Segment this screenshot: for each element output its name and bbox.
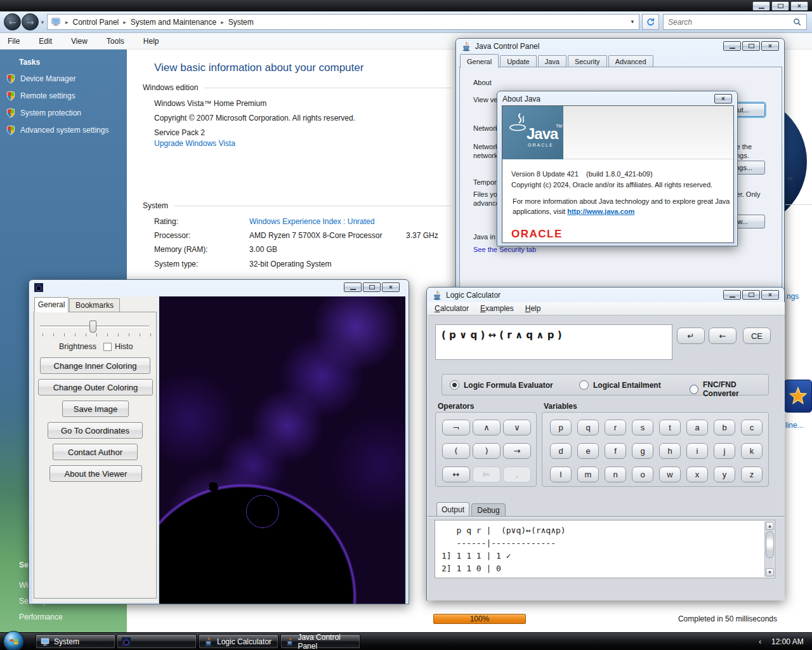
tab-update[interactable]: Update bbox=[500, 55, 536, 68]
taskbar-clock[interactable]: 12:00 AM bbox=[771, 637, 804, 646]
scrollbar-thumb[interactable] bbox=[766, 531, 774, 558]
java-control-panel-titlebar[interactable]: Java Control Panel × bbox=[456, 39, 784, 53]
variable-e-button[interactable]: e bbox=[577, 443, 599, 459]
go-to-coordinates-button[interactable]: Go To Coordinates bbox=[48, 422, 143, 439]
radio-icon[interactable] bbox=[579, 380, 589, 390]
operator-and-button[interactable]: ∧ bbox=[473, 420, 501, 435]
security-tab-link[interactable]: See the Security tab bbox=[473, 246, 536, 253]
refresh-button[interactable] bbox=[642, 14, 659, 30]
menu-help[interactable]: Help bbox=[143, 37, 159, 46]
taskbar-button-fractal-viewer[interactable] bbox=[117, 634, 197, 649]
variable-y-button[interactable]: y bbox=[714, 467, 735, 482]
online-link-fragment[interactable]: line... bbox=[785, 421, 804, 430]
settings-link-fragment[interactable]: ngs bbox=[787, 292, 799, 301]
maximize-button[interactable] bbox=[742, 41, 760, 51]
variable-w-button[interactable]: w bbox=[659, 467, 681, 482]
output-area[interactable]: p q r | (p∨q)↔(r∧q∧p) ------|-----------… bbox=[435, 520, 775, 578]
menu-help[interactable]: Help bbox=[525, 304, 541, 313]
contact-author-button[interactable]: Contact Author bbox=[53, 444, 138, 460]
variable-k-button[interactable]: k bbox=[741, 443, 763, 459]
tab-java[interactable]: Java bbox=[538, 55, 566, 68]
start-button[interactable] bbox=[3, 631, 24, 650]
tab-general[interactable]: General bbox=[460, 54, 499, 68]
upgrade-windows-link[interactable]: Upgrade Windows Vista bbox=[154, 139, 235, 148]
radio-icon[interactable] bbox=[690, 385, 698, 394]
tab-advanced[interactable]: Advanced bbox=[608, 55, 653, 68]
mode-logic-formula-evaluator[interactable]: Logic Formula Evaluator bbox=[450, 380, 553, 390]
variable-q-button[interactable]: q bbox=[577, 420, 599, 435]
variable-l-button[interactable]: l bbox=[550, 467, 572, 482]
variable-s-button[interactable]: s bbox=[632, 420, 653, 435]
minimize-button[interactable] bbox=[344, 282, 362, 292]
menu-view[interactable]: View bbox=[71, 37, 88, 46]
variable-j-button[interactable]: j bbox=[714, 443, 735, 459]
minimize-button[interactable] bbox=[723, 41, 741, 51]
variable-p-button[interactable]: p bbox=[550, 420, 572, 435]
scroll-up-icon[interactable]: ▲ bbox=[766, 522, 774, 530]
change-outer-coloring-button[interactable]: Change Outer Coloring bbox=[38, 379, 153, 395]
breadcrumb[interactable]: ▸ Control Panel ▸ System and Maintenance… bbox=[47, 14, 639, 30]
backspace-button[interactable]: ← bbox=[709, 328, 737, 344]
variable-b-button[interactable]: b bbox=[714, 420, 735, 435]
variable-i-button[interactable]: i bbox=[686, 443, 708, 459]
maximize-button[interactable] bbox=[363, 282, 381, 292]
mode-logical-entailment[interactable]: Logical Entailment bbox=[579, 380, 661, 390]
address-dropdown-icon[interactable]: ▼ bbox=[630, 19, 635, 25]
maximize-button[interactable] bbox=[742, 290, 760, 300]
enter-button[interactable]: ↵ bbox=[677, 328, 705, 344]
variable-a-button[interactable]: a bbox=[686, 420, 708, 435]
output-scrollbar[interactable]: ▲ ▼ bbox=[764, 521, 774, 577]
sidebar-item-performance[interactable]: Performance bbox=[19, 613, 63, 621]
menu-file[interactable]: File bbox=[8, 37, 20, 46]
restore-button[interactable] bbox=[771, 1, 789, 11]
sidebar-item-system-protection[interactable]: System protection bbox=[6, 108, 81, 118]
fractal-image[interactable] bbox=[159, 296, 405, 604]
operator-iff-button[interactable]: ↔ bbox=[442, 467, 470, 482]
back-button[interactable]: ← bbox=[4, 13, 21, 30]
variable-g-button[interactable]: g bbox=[632, 443, 653, 459]
sidebar-item-device-manager[interactable]: Device Manager bbox=[6, 74, 75, 84]
close-button[interactable]: × bbox=[382, 282, 400, 292]
brightness-slider-thumb[interactable] bbox=[89, 321, 96, 333]
close-button[interactable]: × bbox=[790, 1, 808, 11]
taskbar-button-logic-calculator[interactable]: Logic Calculator bbox=[199, 634, 278, 649]
operator-not-button[interactable]: ¬ bbox=[442, 420, 470, 435]
menu-tools[interactable]: Tools bbox=[107, 37, 124, 46]
variable-n-button[interactable]: n bbox=[605, 467, 626, 482]
about-the-viewer-button[interactable]: About the Viewer bbox=[49, 465, 142, 482]
radio-selected-icon[interactable] bbox=[450, 380, 459, 390]
minimize-button[interactable] bbox=[723, 290, 741, 300]
menu-calculator[interactable]: Calculator bbox=[435, 304, 469, 313]
variable-z-button[interactable]: z bbox=[741, 467, 763, 482]
history-dropdown-icon[interactable]: ▼ bbox=[40, 20, 45, 25]
mode-fnc-fnd-converter[interactable]: FNC/FND Converter bbox=[690, 380, 768, 398]
variable-c-button[interactable]: c bbox=[741, 420, 763, 435]
forward-button[interactable]: → bbox=[22, 13, 39, 30]
tab-general[interactable]: General bbox=[34, 297, 69, 312]
taskbar-button-java-control-panel[interactable]: Java Control Panel bbox=[280, 634, 360, 649]
operator-or-button[interactable]: ∨ bbox=[503, 420, 531, 435]
scroll-down-icon[interactable]: ▼ bbox=[766, 568, 774, 576]
tab-bookmarks[interactable]: Bookmarks bbox=[69, 298, 120, 312]
clear-button[interactable]: CE bbox=[743, 328, 771, 344]
sidebar-item-advanced-system-settings[interactable]: Advanced system settings bbox=[6, 125, 108, 135]
about-java-titlebar[interactable]: About Java × bbox=[497, 91, 737, 106]
breadcrumb-item-control-panel[interactable]: Control Panel bbox=[73, 18, 119, 27]
taskbar-button-system[interactable]: System bbox=[36, 634, 115, 649]
tab-debug[interactable]: Debug bbox=[471, 503, 506, 516]
operator-open-paren-button[interactable]: ( bbox=[442, 443, 470, 459]
variable-t-button[interactable]: t bbox=[659, 420, 681, 435]
fractal-viewer-titlebar[interactable]: × bbox=[29, 280, 409, 295]
tab-security[interactable]: Security bbox=[568, 55, 607, 68]
sidebar-item-remote-settings[interactable]: Remote settings bbox=[6, 91, 75, 101]
variable-h-button[interactable]: h bbox=[659, 443, 681, 459]
menu-examples[interactable]: Examples bbox=[480, 304, 514, 313]
save-image-button[interactable]: Save Image bbox=[62, 401, 129, 417]
operator-close-paren-button[interactable]: ) bbox=[473, 443, 501, 459]
search-input[interactable]: Search bbox=[663, 14, 807, 30]
breadcrumb-item-system[interactable]: System bbox=[228, 18, 254, 27]
notification-chevron[interactable]: ‹ bbox=[759, 637, 761, 646]
variable-f-button[interactable]: f bbox=[605, 443, 626, 459]
formula-input[interactable]: ( p ∨ q ) ↔ ( r ∧ q ∧ p ) bbox=[435, 324, 672, 360]
breadcrumb-item-system-and-maintenance[interactable]: System and Maintenance bbox=[131, 18, 216, 27]
